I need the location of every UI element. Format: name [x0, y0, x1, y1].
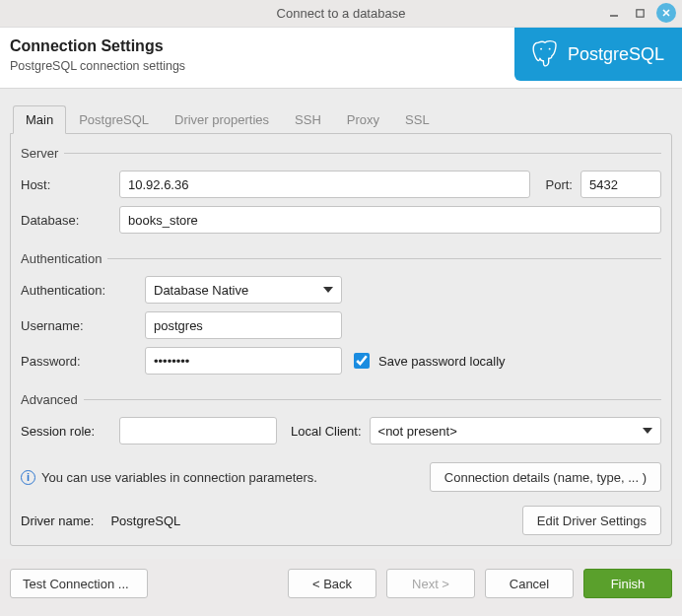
close-button[interactable] — [656, 3, 676, 23]
cancel-button[interactable]: Cancel — [485, 569, 574, 598]
finish-label: Finish — [611, 577, 646, 591]
tab-driver-properties[interactable]: Driver properties — [162, 105, 282, 134]
database-input[interactable] — [119, 206, 661, 234]
tab-proxy[interactable]: Proxy — [334, 105, 392, 134]
finish-button[interactable]: Finish — [583, 569, 672, 598]
local-client-value: <not present> — [378, 424, 457, 439]
info-text-row: i You can use variables in connection pa… — [21, 470, 317, 485]
group-authentication: Authentication Authentication: Database … — [21, 251, 661, 382]
titlebar: Connect to a database — [0, 0, 682, 28]
next-label: Next > — [412, 577, 449, 591]
tab-main[interactable]: Main — [13, 105, 66, 134]
info-text: You can use variables in connection para… — [41, 470, 317, 485]
tabs: Main PostgreSQL Driver properties SSH Pr… — [10, 104, 672, 133]
test-connection-label: Test Connection ... — [23, 577, 129, 591]
connection-details-button[interactable]: Connection details (name, type, ... ) — [430, 462, 661, 492]
next-button: Next > — [386, 569, 475, 598]
back-label: < Back — [312, 577, 352, 591]
svg-point-5 — [549, 48, 551, 50]
driver-name-value — [102, 507, 446, 534]
maximize-button[interactable] — [631, 4, 648, 22]
auth-mode-label: Authentication: — [21, 283, 137, 298]
tab-label: SSH — [295, 112, 321, 127]
group-advanced: Advanced Session role: Local Client: <no… — [21, 392, 661, 452]
postgresql-badge: PostgreSQL — [514, 28, 682, 81]
save-password-input[interactable] — [354, 353, 370, 369]
postgresql-badge-text: PostgreSQL — [568, 44, 664, 65]
footer: Test Connection ... < Back Next > Cancel… — [0, 559, 682, 616]
local-client-select[interactable]: <not present> — [370, 417, 661, 445]
connection-details-label: Connection details (name, type, ... ) — [444, 470, 647, 485]
tab-panel-main: Server Host: Port: Database: Authenticat… — [10, 133, 672, 546]
tab-label: SSL — [405, 112, 430, 127]
session-role-label: Session role: — [21, 424, 111, 439]
port-input[interactable] — [580, 171, 661, 198]
local-client-label: Local Client: — [291, 424, 362, 439]
host-input[interactable] — [119, 171, 530, 198]
auth-mode-select[interactable]: Database Native — [145, 276, 342, 304]
window: Connect to a database Connection Setting… — [0, 0, 682, 616]
password-label: Password: — [21, 354, 137, 369]
session-role-input[interactable] — [119, 417, 277, 445]
host-label: Host: — [21, 177, 111, 192]
tab-label: Main — [26, 112, 53, 127]
group-auth-legend: Authentication — [21, 251, 107, 266]
window-title: Connect to a database — [0, 6, 682, 21]
tab-label: Driver properties — [174, 112, 269, 127]
header: Connection Settings PostgreSQL connectio… — [0, 28, 682, 89]
username-input[interactable] — [145, 311, 342, 339]
group-server-legend: Server — [21, 146, 64, 161]
test-connection-button[interactable]: Test Connection ... — [10, 569, 148, 598]
tab-ssh[interactable]: SSH — [282, 105, 334, 134]
postgresql-icon — [532, 39, 560, 69]
tab-label: PostgreSQL — [79, 112, 149, 127]
svg-rect-1 — [636, 9, 643, 16]
content: Main PostgreSQL Driver properties SSH Pr… — [0, 89, 682, 559]
driver-name-label: Driver name: — [21, 513, 94, 528]
auth-mode-value: Database Native — [154, 283, 248, 298]
password-input[interactable] — [145, 347, 342, 375]
port-label: Port: — [546, 177, 573, 192]
username-label: Username: — [21, 318, 137, 333]
edit-driver-settings-label: Edit Driver Settings — [537, 513, 647, 528]
tab-label: Proxy — [347, 112, 379, 127]
svg-point-4 — [540, 48, 542, 50]
save-password-label: Save password locally — [378, 354, 506, 369]
edit-driver-settings-button[interactable]: Edit Driver Settings — [522, 506, 661, 535]
group-advanced-legend: Advanced — [21, 392, 84, 407]
chevron-down-icon — [643, 428, 652, 434]
tab-postgresql[interactable]: PostgreSQL — [66, 105, 162, 134]
chevron-down-icon — [323, 287, 333, 293]
info-icon: i — [21, 470, 35, 485]
minimize-button[interactable] — [605, 4, 623, 22]
cancel-label: Cancel — [510, 577, 549, 591]
tab-ssl[interactable]: SSL — [392, 105, 443, 134]
back-button[interactable]: < Back — [288, 569, 376, 598]
database-label: Database: — [21, 213, 111, 228]
group-server: Server Host: Port: Database: — [21, 146, 661, 241]
save-password-checkbox[interactable]: Save password locally — [350, 350, 506, 372]
